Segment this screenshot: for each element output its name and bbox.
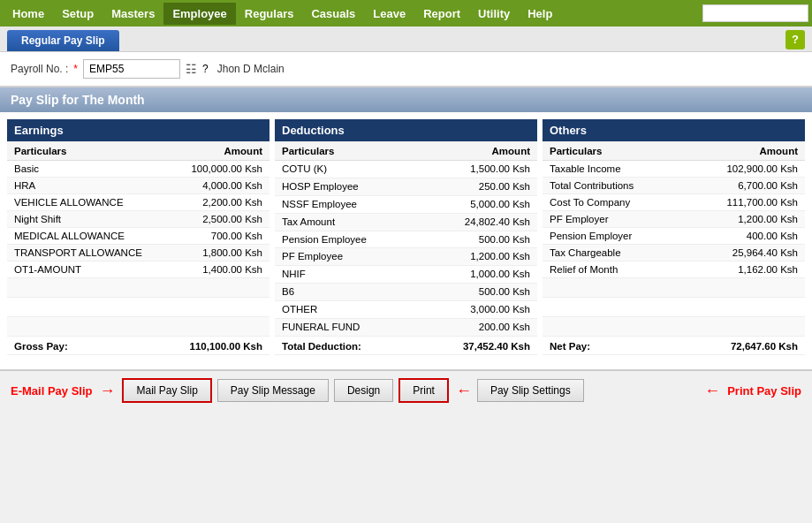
list-item: Pension Employee bbox=[275, 231, 419, 248]
payroll-label: Payroll No. : bbox=[11, 63, 68, 75]
table-row: Cost To Company111,700.00 Ksh bbox=[543, 194, 805, 211]
help-button[interactable]: ? bbox=[785, 30, 805, 49]
table-row: B6500.00 Ksh bbox=[275, 284, 537, 301]
table-row bbox=[7, 317, 269, 337]
table-row: Basic100,000.00 Ksh bbox=[7, 161, 269, 178]
others-col-particulars: Particulars bbox=[543, 142, 683, 161]
nav-leave[interactable]: Leave bbox=[364, 3, 414, 25]
table-row: HOSP Employee250.00 Ksh bbox=[275, 178, 537, 195]
table-row: NHIF1,000.00 Ksh bbox=[275, 266, 537, 284]
list-item: 700.00 Ksh bbox=[170, 228, 269, 245]
list-item: 2,500.00 Ksh bbox=[170, 211, 269, 228]
nav-home[interactable]: Home bbox=[4, 3, 53, 25]
others-total-label: Net Pay: bbox=[543, 337, 683, 355]
list-item: 4,000.00 Ksh bbox=[170, 178, 269, 194]
table-row: Tax Chargeable25,964.40 Ksh bbox=[543, 245, 805, 262]
employee-name: Jhon D Mclain bbox=[217, 63, 285, 75]
list-item: Night Shift bbox=[7, 211, 170, 228]
nav-help[interactable]: Help bbox=[519, 3, 561, 25]
table-row: Taxable Income102,900.00 Ksh bbox=[543, 161, 805, 178]
table-row: TRANSPORT ALLOWANCE1,800.00 Ksh bbox=[7, 245, 269, 262]
payroll-input[interactable] bbox=[83, 59, 180, 79]
list-item: 3,000.00 Ksh bbox=[419, 301, 537, 319]
list-item: Basic bbox=[7, 161, 170, 178]
list-item: Relief of Month bbox=[543, 262, 683, 278]
others-total-amount: 72,647.60 Ksh bbox=[683, 337, 805, 355]
list-item: 200.00 Ksh bbox=[419, 319, 537, 337]
list-item: PF Employer bbox=[543, 211, 683, 228]
table-row: Tax Amount24,802.40 Ksh bbox=[275, 213, 537, 231]
list-item: 25,964.40 Ksh bbox=[683, 245, 805, 262]
list-item: MEDICAL ALLOWANCE bbox=[7, 228, 170, 245]
earnings-header: Earnings bbox=[7, 119, 269, 142]
deductions-col-particulars: Particulars bbox=[275, 142, 419, 161]
list-item: Cost To Company bbox=[543, 194, 683, 211]
deductions-header: Deductions bbox=[275, 119, 537, 142]
deductions-total-amount: 37,452.40 Ksh bbox=[419, 337, 537, 355]
list-item: Tax Amount bbox=[275, 213, 419, 231]
list-item: Total Contributions bbox=[543, 178, 683, 194]
question-mark-icon[interactable]: ? bbox=[202, 63, 209, 75]
table-row: FUNERAL FUND200.00 Ksh bbox=[275, 319, 537, 337]
footer-bar: E-Mail Pay Slip → Mail Pay Slip Pay Slip… bbox=[0, 369, 812, 410]
print-arrow-left-icon: ← bbox=[704, 382, 720, 400]
payroll-row: Payroll No. : * ☷ ? Jhon D Mclain bbox=[0, 52, 812, 87]
list-icon[interactable]: ☷ bbox=[186, 62, 197, 76]
list-item: 5,000.00 Ksh bbox=[419, 195, 537, 213]
nav-casuals[interactable]: Casuals bbox=[302, 3, 364, 25]
list-item: 1,200.00 Ksh bbox=[419, 248, 537, 266]
list-item: Taxable Income bbox=[543, 161, 683, 178]
email-pay-slip-label: E-Mail Pay Slip bbox=[11, 384, 92, 398]
pay-slip-settings-button[interactable]: Pay Slip Settings bbox=[477, 379, 584, 402]
top-navigation: Home Setup Masters Employee Regulars Cas… bbox=[0, 0, 812, 27]
list-item: B6 bbox=[275, 284, 419, 301]
design-button[interactable]: Design bbox=[334, 379, 393, 402]
others-col-amount: Amount bbox=[683, 142, 805, 161]
list-item: 500.00 Ksh bbox=[419, 231, 537, 248]
nav-setup[interactable]: Setup bbox=[53, 3, 102, 25]
mail-pay-slip-button[interactable]: Mail Pay Slip bbox=[122, 378, 211, 403]
table-row: OTHER3,000.00 Ksh bbox=[275, 301, 537, 319]
deductions-col-amount: Amount bbox=[419, 142, 537, 161]
list-item: 24,802.40 Ksh bbox=[419, 213, 537, 231]
table-row bbox=[543, 278, 805, 298]
list-item: TRANSPORT ALLOWANCE bbox=[7, 245, 170, 262]
list-item: 1,400.00 Ksh bbox=[170, 262, 269, 278]
table-row: PF Employer1,200.00 Ksh bbox=[543, 211, 805, 228]
list-item: VEHICLE ALLOWANCE bbox=[7, 194, 170, 211]
pay-slip-message-button[interactable]: Pay Slip Message bbox=[217, 379, 329, 402]
others-table: Others Particulars Amount Taxable Income… bbox=[543, 119, 805, 355]
table-row: Pension Employee500.00 Ksh bbox=[275, 231, 537, 248]
list-item: 1,500.00 Ksh bbox=[419, 161, 537, 178]
list-item: 500.00 Ksh bbox=[419, 284, 537, 301]
list-item: OT1-AMOUNT bbox=[7, 262, 170, 278]
nav-masters[interactable]: Masters bbox=[102, 3, 163, 25]
regular-pay-slip-tab[interactable]: Regular Pay Slip bbox=[7, 30, 119, 51]
earnings-total-amount: 110,100.00 Ksh bbox=[170, 337, 269, 355]
table-row bbox=[7, 298, 269, 317]
nav-employee[interactable]: Employee bbox=[163, 3, 235, 25]
tables-row: Earnings Particulars Amount Basic100,000… bbox=[7, 119, 805, 355]
table-row bbox=[543, 298, 805, 317]
table-row: Pension Employer400.00 Ksh bbox=[543, 228, 805, 245]
list-item: 2,200.00 Ksh bbox=[170, 194, 269, 211]
print-button[interactable]: Print bbox=[398, 378, 449, 403]
earnings-col-amount: Amount bbox=[170, 142, 269, 161]
deductions-total-label: Total Deduction: bbox=[275, 337, 419, 355]
list-item: HRA bbox=[7, 178, 170, 194]
section-title: Pay Slip for The Month bbox=[0, 87, 812, 112]
list-item: Tax Chargeable bbox=[543, 245, 683, 262]
table-row: Relief of Month1,162.00 Ksh bbox=[543, 262, 805, 278]
table-row: HRA4,000.00 Ksh bbox=[7, 178, 269, 194]
list-item: COTU (K) bbox=[275, 161, 419, 178]
list-item: NHIF bbox=[275, 266, 419, 284]
table-row: COTU (K)1,500.00 Ksh bbox=[275, 161, 537, 178]
nav-report[interactable]: Report bbox=[414, 3, 469, 25]
earnings-table: Earnings Particulars Amount Basic100,000… bbox=[7, 119, 269, 355]
nav-regulars[interactable]: Regulars bbox=[236, 3, 303, 25]
list-item: NSSF Employee bbox=[275, 195, 419, 213]
page-tab-bar: Regular Pay Slip ? bbox=[0, 27, 812, 52]
nav-utility[interactable]: Utility bbox=[469, 3, 519, 25]
search-input[interactable] bbox=[702, 4, 808, 22]
print-pay-slip-label: Print Pay Slip bbox=[727, 384, 801, 398]
